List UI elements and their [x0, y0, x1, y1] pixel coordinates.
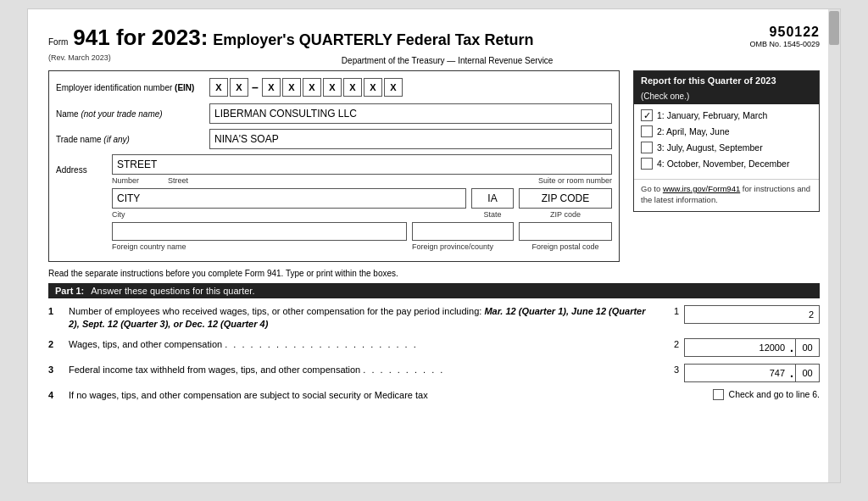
quarter-subheader: (Check one.) — [634, 90, 819, 104]
form-rev: (Rev. March 2023) — [48, 53, 111, 65]
q3-line-number: 3 — [662, 364, 679, 375]
q3-answer-cents: 00 — [795, 365, 819, 381]
sublabel-street: Street — [168, 176, 514, 185]
form-number: 941 for 2023: — [73, 25, 208, 51]
city-sublabels: City State ZIP code — [112, 210, 612, 219]
address-foreign-row — [112, 222, 612, 241]
name-input[interactable] — [209, 103, 612, 124]
q4-text: If no wages, tips, and other compensatio… — [69, 389, 708, 402]
q4-check-label: Check and go to line 6. — [729, 389, 820, 399]
ein-box-7[interactable]: X — [343, 78, 362, 97]
foreign-province-input[interactable] — [412, 222, 514, 241]
ein-box-8[interactable]: X — [364, 78, 382, 97]
form-dept: Department of the Treasury — Internal Re… — [145, 53, 750, 65]
trade-name-input[interactable] — [209, 129, 612, 149]
sublabel-foreign-postal: Foreign postal code — [519, 242, 612, 251]
question-3-row: 3 Federal income tax withheld from wages… — [48, 364, 820, 382]
ein-box-9[interactable]: X — [384, 78, 403, 97]
irs-link[interactable]: www.irs.gov/Form941 — [663, 184, 740, 193]
ein-row: Employer identification number (EIN) X X… — [56, 78, 612, 97]
question-2-row: 2 Wages, tips, and other compensation . … — [48, 338, 820, 357]
sublabel-foreign-province: Foreign province/county — [412, 242, 514, 251]
quarter-header: Report for this Quarter of 2023 — [634, 71, 819, 90]
street-input[interactable] — [112, 154, 612, 175]
quarter-option-1[interactable]: ✓ 1: January, February, March — [641, 109, 812, 121]
ein-label-text: Employer identification number (EIN) — [56, 83, 194, 92]
q2-answer-box[interactable]: 12000 . 00 — [684, 338, 820, 357]
quarter-checkbox-4[interactable] — [641, 158, 653, 170]
name-label: Name (not your trade name) — [56, 109, 204, 119]
quarter-option-4-label: 4: October, November, December — [657, 159, 789, 169]
q2-answer-cents: 00 — [795, 339, 819, 356]
foreign-postal-input[interactable] — [519, 222, 612, 241]
sublabel-suite: Suite or room number — [519, 176, 612, 185]
ein-box-5[interactable]: X — [303, 78, 321, 97]
form-header: Form 941 for 2023: Employer's QUARTERLY … — [48, 25, 820, 65]
q2-text: Wages, tips, and other compensation . . … — [69, 338, 657, 351]
foreign-country-input[interactable] — [112, 222, 407, 241]
question-1-row: 1 Number of employees who received wages… — [48, 305, 820, 331]
quarter-option-2[interactable]: 2: April, May, June — [641, 125, 812, 137]
part1-header: Part 1: Answer these questions for this … — [48, 283, 820, 298]
quarter-option-2-label: 2: April, May, June — [657, 126, 730, 136]
q4-number: 4 — [48, 389, 64, 400]
sublabel-state: State — [471, 210, 514, 219]
form-prefix: Form — [48, 37, 68, 47]
quarter-link-prefix: Go to — [641, 184, 663, 193]
q1-answer-value: 2 — [809, 309, 814, 320]
ein-boxes: X X – X X X X X X X — [209, 78, 403, 97]
q2-decimal-dot: . — [788, 341, 795, 354]
q2-line-number: 2 — [662, 338, 679, 349]
q2-answer-main: 12000 — [685, 342, 788, 353]
instructions-line: Read the separate instructions before yo… — [48, 269, 820, 278]
name-row: Name (not your trade name) — [56, 103, 612, 124]
street-sublabels: Number Street Suite or room number — [112, 176, 612, 185]
q2-number: 2 — [48, 338, 64, 349]
question-4-row: 4 If no wages, tips, and other compensat… — [48, 389, 820, 402]
omb-block: 950122 OMB No. 1545-0029 — [749, 25, 820, 48]
q1-answer-box[interactable]: 2 — [684, 305, 820, 324]
quarter-option-3[interactable]: 3: July, August, September — [641, 142, 812, 153]
quarter-option-4[interactable]: 4: October, November, December — [641, 158, 812, 170]
city-input[interactable] — [112, 188, 466, 209]
quarter-checkbox-2[interactable] — [641, 125, 653, 137]
q3-text: Federal income tax withheld from wages, … — [69, 364, 657, 376]
state-input[interactable] — [471, 188, 514, 209]
zip-input[interactable] — [519, 188, 612, 209]
quarter-link: Go to www.irs.gov/Form941 for instructio… — [634, 179, 819, 211]
trade-name-row: Trade name (if any) — [56, 129, 612, 149]
q1-text: Number of employees who received wages, … — [69, 305, 657, 331]
foreign-sublabels: Foreign country name Foreign province/co… — [112, 242, 612, 251]
quarter-box: Report for this Quarter of 2023 (Check o… — [633, 70, 820, 212]
ein-box-1[interactable]: X — [209, 78, 228, 97]
sublabel-number: Number — [112, 176, 163, 185]
form-title: Employer's QUARTERLY Federal Tax Return — [213, 31, 533, 49]
address-street-row: Address — [56, 154, 612, 175]
q1-number: 1 — [48, 305, 64, 316]
omb-number: 950122 — [749, 25, 820, 40]
q1-line-number: 1 — [662, 305, 679, 316]
ein-box-4[interactable]: X — [282, 78, 301, 97]
sublabel-foreign-country: Foreign country name — [112, 242, 407, 251]
ein-dash: – — [252, 81, 259, 94]
quarter-checkbox-3[interactable] — [641, 142, 653, 153]
quarter-checkbox-1[interactable]: ✓ — [641, 109, 653, 121]
part1-label: Part 1: — [55, 286, 84, 296]
trade-name-label: Trade name (if any) — [56, 135, 204, 144]
address-label: Address — [56, 165, 107, 175]
ein-box-3[interactable]: X — [262, 78, 281, 97]
quarter-option-1-label: 1: January, February, March — [657, 110, 767, 120]
ein-box-2[interactable]: X — [230, 78, 248, 97]
q4-checkbox[interactable] — [713, 389, 724, 400]
left-form: Employer identification number (EIN) X X… — [48, 70, 620, 262]
q3-number: 3 — [48, 364, 64, 375]
quarter-options: ✓ 1: January, February, March 2: April, … — [634, 104, 819, 179]
q3-answer-box[interactable]: 747 . 00 — [684, 364, 820, 382]
q4-check-goto: Check and go to line 6. — [713, 389, 820, 400]
ein-box-6[interactable]: X — [323, 78, 342, 97]
right-quarter: Report for this Quarter of 2023 (Check o… — [633, 70, 820, 262]
ein-label: Employer identification number (EIN) — [56, 83, 204, 92]
sublabel-zip: ZIP code — [519, 210, 612, 219]
address-city-row — [112, 188, 612, 209]
quarter-option-3-label: 3: July, August, September — [657, 142, 763, 153]
